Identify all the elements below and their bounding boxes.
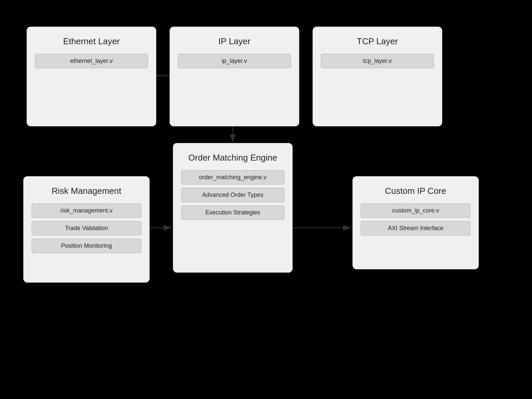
ethernet-layer-box: Ethernet Layer ethernet_layer.v (27, 27, 156, 126)
advanced-order-types-item: Advanced Order Types (181, 188, 284, 202)
ip-layer-title: IP Layer (178, 36, 291, 47)
custom-ip-core-file: custom_ip_core.v (361, 203, 470, 218)
trade-validation-item: Trade Validation (32, 221, 141, 235)
axi-stream-interface-item: AXI Stream Interface (361, 221, 470, 235)
order-matching-engine-file: order_matching_engine.v (181, 170, 284, 185)
custom-ip-core-title: Custom IP Core (361, 186, 470, 196)
tcp-layer-box: TCP Layer tcp_layer.v (313, 27, 442, 126)
ethernet-layer-title: Ethernet Layer (35, 36, 148, 47)
tcp-layer-file: tcp_layer.v (321, 54, 434, 68)
order-matching-box: Order Matching Engine order_matching_eng… (173, 143, 293, 273)
risk-management-title: Risk Management (32, 186, 141, 196)
ip-layer-box: IP Layer ip_layer.v (170, 27, 299, 126)
custom-ip-core-box: Custom IP Core custom_ip_core.v AXI Stre… (352, 176, 479, 269)
ethernet-layer-file: ethernet_layer.v (35, 54, 148, 68)
ip-layer-file: ip_layer.v (178, 54, 291, 68)
execution-strategies-item: Execution Strategies (181, 205, 284, 220)
risk-management-file: risk_management.v (32, 203, 141, 218)
tcp-layer-title: TCP Layer (321, 36, 434, 47)
order-matching-title: Order Matching Engine (181, 153, 284, 163)
position-monitoring-item: Position Monitoring (32, 239, 141, 253)
risk-management-box: Risk Management risk_management.v Trade … (23, 176, 150, 283)
diagram-container: Ethernet Layer ethernet_layer.v IP Layer… (0, 0, 532, 399)
